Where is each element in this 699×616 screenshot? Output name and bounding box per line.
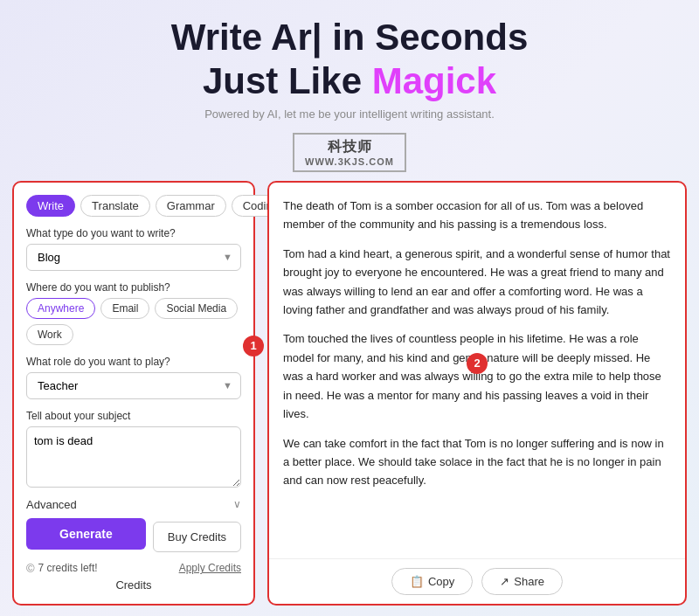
- tab-translate[interactable]: Translate: [80, 195, 150, 217]
- output-actions: 📋 Copy ↗ Share: [269, 558, 685, 604]
- advanced-row[interactable]: Advanced ∨: [26, 491, 241, 518]
- role-wrapper: Teacher Writer Student ▼: [26, 372, 241, 399]
- generate-button[interactable]: Generate: [26, 518, 146, 550]
- page-header: Write Ar| in Seconds Just Like Magick Po…: [0, 0, 699, 128]
- output-paragraph-3: Tom touched the lives of countless peopl…: [283, 329, 671, 423]
- copy-button[interactable]: 📋 Copy: [391, 568, 473, 595]
- watermark: 科技师 WWW.3KJS.COM: [0, 133, 699, 172]
- main-title: Write Ar| in Seconds Just Like Magick: [17, 16, 682, 104]
- step-badge-1: 1: [243, 336, 264, 356]
- credits-icon: ©: [26, 562, 35, 575]
- subtitle: Powered by AI, let me be your intelligen…: [17, 107, 682, 121]
- tab-write[interactable]: Write: [26, 195, 75, 217]
- main-content: 1 Write Translate Grammar Coding What ty…: [0, 181, 699, 614]
- tab-row: Write Translate Grammar Coding: [26, 195, 241, 217]
- output-paragraph-1: The death of Tom is a somber occasion fo…: [283, 197, 671, 234]
- publish-social-media[interactable]: Social Media: [155, 298, 238, 319]
- write-type-label: What type do you want to write?: [26, 227, 241, 239]
- advanced-chevron-icon: ∨: [233, 498, 241, 510]
- buy-credits-button[interactable]: Buy Credits: [153, 522, 241, 552]
- publish-work[interactable]: Work: [26, 324, 73, 345]
- bottom-row: © 7 credits left! Apply Credits: [26, 562, 241, 575]
- left-panel: 1 Write Translate Grammar Coding What ty…: [12, 181, 255, 606]
- role-select[interactable]: Teacher Writer Student: [26, 372, 241, 399]
- output-paragraph-4: We can take comfort in the fact that Tom…: [283, 434, 671, 490]
- share-icon: ↗: [500, 575, 509, 588]
- subject-textarea[interactable]: [26, 426, 241, 488]
- role-label: What role do you want to play?: [26, 356, 241, 368]
- action-buttons: Generate Buy Credits: [26, 518, 241, 557]
- subject-label: Tell about your subject: [26, 410, 241, 422]
- right-panel: 2 The death of Tom is a somber occasion …: [267, 181, 687, 606]
- write-type-wrapper: Blog Article Essay ▼: [26, 244, 241, 271]
- write-type-select[interactable]: Blog Article Essay: [26, 244, 241, 271]
- share-button[interactable]: ↗ Share: [481, 568, 563, 595]
- tab-grammar[interactable]: Grammar: [156, 195, 226, 217]
- step-badge-2: 2: [467, 353, 488, 374]
- copy-icon: 📋: [410, 575, 424, 588]
- publish-email[interactable]: Email: [100, 298, 149, 319]
- credits-left: © 7 credits left!: [26, 562, 98, 575]
- publish-label: Where do you want to publish?: [26, 281, 241, 294]
- publish-row: Anywhere Email Social Media Work: [26, 298, 241, 345]
- output-paragraph-2: Tom had a kind heart, a generous spirit,…: [283, 245, 671, 320]
- apply-credits-link[interactable]: Apply Credits: [179, 562, 241, 574]
- credits-section-label: Credits: [26, 578, 241, 592]
- publish-anywhere[interactable]: Anywhere: [26, 298, 95, 319]
- watermark-box: 科技师 WWW.3KJS.COM: [293, 133, 406, 172]
- advanced-label: Advanced: [26, 498, 77, 511]
